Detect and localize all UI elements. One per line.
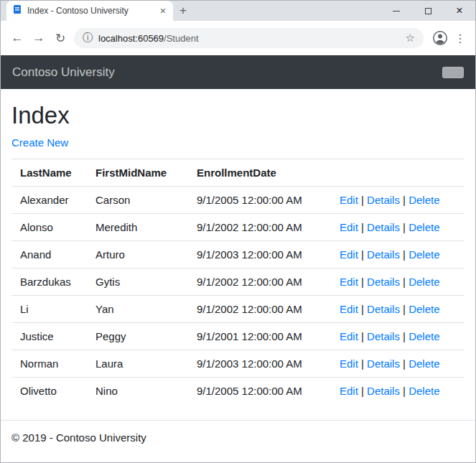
page-info-icon[interactable]: ⓘ bbox=[83, 32, 93, 45]
forward-icon[interactable]: → bbox=[28, 27, 50, 49]
first-mid-name-cell: Meredith bbox=[87, 214, 188, 241]
profile-avatar-icon[interactable] bbox=[429, 27, 451, 49]
delete-link[interactable]: Delete bbox=[409, 194, 439, 206]
actions-cell: Edit | Details | Delete bbox=[331, 350, 465, 378]
browser-toolbar: ← → ↻ ⓘ localhost:60569/Student ☆ ⋮ bbox=[1, 21, 475, 55]
brand-link[interactable]: Contoso University bbox=[12, 65, 115, 80]
address-bar[interactable]: ⓘ localhost:60569/Student ☆ bbox=[74, 28, 424, 48]
details-link[interactable]: Details bbox=[367, 221, 400, 233]
actions-cell: Edit | Details | Delete bbox=[331, 214, 465, 241]
edit-link[interactable]: Edit bbox=[340, 248, 358, 261]
new-tab-button[interactable]: + bbox=[173, 1, 193, 21]
edit-link[interactable]: Edit bbox=[340, 357, 358, 370]
delete-link[interactable]: Delete bbox=[409, 221, 439, 233]
tab-close-icon[interactable]: × bbox=[159, 6, 167, 16]
url-host: localhost:60569 bbox=[98, 33, 164, 44]
site-navbar: Contoso University bbox=[1, 55, 475, 89]
minimize-button[interactable] bbox=[381, 1, 412, 21]
table-row: OlivettoNino9/1/2005 12:00:00 AMEdit | D… bbox=[11, 378, 465, 405]
edit-link[interactable]: Edit bbox=[340, 385, 358, 397]
table-row: AnandArturo9/1/2003 12:00:00 AMEdit | De… bbox=[11, 241, 465, 268]
student-table-body: AlexanderCarson9/1/2005 12:00:00 AMEdit … bbox=[11, 187, 465, 405]
details-link[interactable]: Details bbox=[367, 357, 400, 370]
delete-link[interactable]: Delete bbox=[409, 385, 439, 397]
navbar-toggler-button[interactable] bbox=[442, 67, 464, 78]
first-mid-name-cell: Arturo bbox=[87, 241, 188, 268]
header-actions bbox=[331, 159, 465, 187]
action-separator: | bbox=[400, 276, 409, 288]
first-mid-name-cell: Carson bbox=[87, 187, 188, 214]
details-link[interactable]: Details bbox=[367, 276, 400, 288]
delete-link[interactable]: Delete bbox=[409, 357, 439, 370]
page-container: Index Create New LastName FirstMidName E… bbox=[1, 102, 475, 404]
delete-link[interactable]: Delete bbox=[409, 276, 439, 288]
action-separator: | bbox=[400, 303, 409, 315]
actions-cell: Edit | Details | Delete bbox=[331, 268, 465, 296]
edit-link[interactable]: Edit bbox=[340, 303, 358, 315]
url-path: /Student bbox=[164, 33, 198, 44]
delete-link[interactable]: Delete bbox=[409, 303, 439, 315]
close-button[interactable]: × bbox=[444, 1, 475, 21]
delete-link[interactable]: Delete bbox=[409, 330, 439, 342]
table-row: AlonsoMeredith9/1/2002 12:00:00 AMEdit |… bbox=[11, 214, 465, 241]
action-separator: | bbox=[400, 248, 409, 261]
edit-link[interactable]: Edit bbox=[340, 221, 358, 233]
actions-cell: Edit | Details | Delete bbox=[331, 241, 465, 268]
edit-link[interactable]: Edit bbox=[340, 194, 358, 206]
students-table: LastName FirstMidName EnrollmentDate Ale… bbox=[11, 159, 465, 404]
enrollment-date-cell: 9/1/2002 12:00:00 AM bbox=[188, 296, 331, 323]
browser-tab[interactable]: Index - Contoso University × bbox=[6, 1, 173, 21]
table-row: AlexanderCarson9/1/2005 12:00:00 AMEdit … bbox=[11, 187, 465, 214]
url-text[interactable]: localhost:60569/Student bbox=[98, 33, 199, 44]
last-name-cell: Justice bbox=[11, 323, 87, 350]
action-separator: | bbox=[400, 221, 409, 233]
first-mid-name-cell: Gytis bbox=[87, 268, 188, 296]
table-header-row: LastName FirstMidName EnrollmentDate bbox=[11, 159, 465, 187]
action-separator: | bbox=[358, 248, 367, 261]
enrollment-date-cell: 9/1/2005 12:00:00 AM bbox=[188, 378, 331, 405]
edit-link[interactable]: Edit bbox=[340, 330, 358, 342]
header-last-name: LastName bbox=[11, 159, 87, 187]
actions-cell: Edit | Details | Delete bbox=[331, 323, 465, 350]
last-name-cell: Olivetto bbox=[11, 378, 87, 405]
details-link[interactable]: Details bbox=[367, 330, 400, 342]
menu-kebab-icon[interactable]: ⋮ bbox=[451, 27, 470, 49]
back-icon[interactable]: ← bbox=[6, 27, 28, 49]
first-mid-name-cell: Peggy bbox=[87, 323, 188, 350]
first-mid-name-cell: Yan bbox=[87, 296, 188, 323]
actions-cell: Edit | Details | Delete bbox=[331, 187, 465, 214]
action-separator: | bbox=[400, 330, 409, 342]
enrollment-date-cell: 9/1/2002 12:00:00 AM bbox=[188, 268, 331, 296]
details-link[interactable]: Details bbox=[367, 248, 400, 261]
table-row: BarzdukasGytis9/1/2002 12:00:00 AMEdit |… bbox=[11, 268, 465, 296]
tab-title: Index - Contoso University bbox=[27, 6, 154, 16]
minimize-icon bbox=[393, 11, 400, 11]
details-link[interactable]: Details bbox=[367, 303, 400, 315]
last-name-cell: Norman bbox=[11, 350, 87, 378]
table-row: NormanLaura9/1/2003 12:00:00 AMEdit | De… bbox=[11, 350, 465, 378]
action-separator: | bbox=[358, 330, 367, 342]
edit-link[interactable]: Edit bbox=[340, 276, 358, 288]
page-title: Index bbox=[11, 102, 465, 129]
first-mid-name-cell: Nino bbox=[87, 378, 188, 405]
action-separator: | bbox=[358, 194, 367, 206]
reload-icon[interactable]: ↻ bbox=[50, 27, 71, 49]
enrollment-date-cell: 9/1/2002 12:00:00 AM bbox=[188, 214, 331, 241]
create-new-link[interactable]: Create New bbox=[11, 136, 68, 149]
last-name-cell: Li bbox=[11, 296, 87, 323]
site-footer: © 2019 - Contoso University bbox=[1, 420, 475, 454]
header-enrollment-date: EnrollmentDate bbox=[188, 159, 331, 187]
maximize-icon bbox=[425, 8, 431, 14]
table-row: JusticePeggy9/1/2001 12:00:00 AMEdit | D… bbox=[11, 323, 465, 350]
last-name-cell: Alonso bbox=[11, 214, 87, 241]
details-link[interactable]: Details bbox=[367, 385, 400, 397]
delete-link[interactable]: Delete bbox=[409, 248, 439, 261]
details-link[interactable]: Details bbox=[367, 194, 400, 206]
actions-cell: Edit | Details | Delete bbox=[331, 296, 465, 323]
action-separator: | bbox=[358, 357, 367, 370]
action-separator: | bbox=[358, 221, 367, 233]
action-separator: | bbox=[358, 276, 367, 288]
bookmark-star-icon[interactable]: ☆ bbox=[406, 32, 415, 45]
favicon-icon bbox=[12, 4, 22, 17]
maximize-button[interactable] bbox=[412, 1, 444, 21]
